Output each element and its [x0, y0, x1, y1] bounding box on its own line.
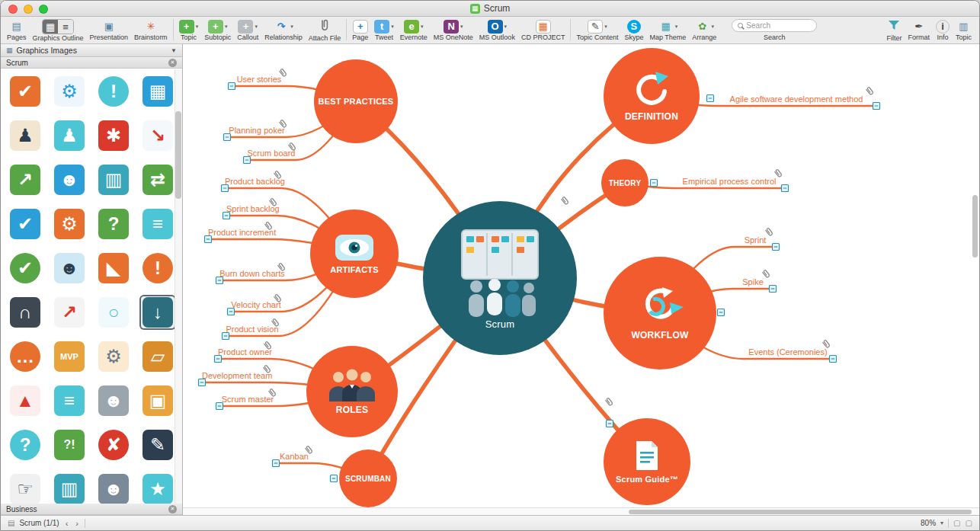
zoom-window-button[interactable] [39, 5, 48, 14]
sidebar-icon-cell[interactable]: ♟ [51, 118, 88, 153]
branch-label[interactable]: Spike [733, 277, 773, 287]
toolbar-skype[interactable]: SSkype [621, 18, 646, 42]
sidebar-icon-cell[interactable]: ☻ [51, 251, 88, 286]
sidebar-icon-cell[interactable]: ! [139, 251, 176, 286]
fit-width-button[interactable]: ▢ [966, 519, 972, 527]
toolbar-evernote[interactable]: e▾Evernote [397, 18, 431, 42]
sidebar-icon-cell[interactable]: ? [7, 427, 43, 462]
zoom-level[interactable]: 80% [921, 519, 936, 527]
outline-icon[interactable]: ≡ [58, 20, 73, 34]
sidebar-icon-cell[interactable]: ▲ [7, 383, 43, 418]
sidebar-icon-cell[interactable]: ∩ [7, 295, 43, 330]
sidebar-icon-cell[interactable]: ⇄ [139, 162, 176, 197]
zoom-dropdown-icon[interactable]: ▾ [940, 520, 943, 526]
sidebar-icon-cell[interactable]: ▱ [139, 339, 176, 374]
previous-page-button[interactable]: ‹ [64, 519, 70, 528]
sidebar-icon-cell[interactable]: ✎ [139, 427, 176, 462]
sidebar-icon-cell[interactable]: ! [95, 74, 132, 109]
sidebar-icon-cell[interactable]: ○ [95, 295, 132, 330]
sidebar-icon-cell[interactable]: ⚙ [95, 339, 132, 374]
sidebar-icon-cell[interactable]: ▦ [139, 74, 176, 109]
chevron-down-icon[interactable]: ▼ [171, 47, 177, 54]
toolbar-map-theme[interactable]: ▦▾Map Theme [646, 18, 689, 42]
vertical-scrollbar-thumb[interactable] [972, 195, 978, 258]
toolbar-topic[interactable]: +▾Topic [176, 18, 202, 42]
sidebar-icon-cell[interactable]: MVP [51, 339, 88, 374]
toolbar-ms-onenote[interactable]: N▾MS OneNote [431, 18, 476, 42]
sidebar-scrollbar-thumb[interactable] [175, 111, 181, 199]
toolbar-presentation[interactable]: ▣Presentation [87, 18, 132, 42]
toolbar-filter[interactable]: Filter [883, 18, 905, 42]
branch-label[interactable]: Scrum master [219, 395, 276, 405]
toolbar-topic-panel[interactable]: ▥Topic [953, 18, 975, 42]
sidebar-icon-cell[interactable]: ★ [139, 472, 176, 507]
toolbar-arrange[interactable]: ✿▾Arrange [689, 18, 719, 42]
toolbar-info[interactable]: iInfo [933, 18, 953, 42]
business-section-header[interactable]: Business ✕ [1, 504, 182, 515]
toolbar-cd-project[interactable]: ▦CD PROJECT [518, 18, 568, 42]
sidebar-icon-cell[interactable]: ▣ [139, 383, 176, 418]
sidebar-icon-cell[interactable]: ⚙ [51, 74, 88, 109]
branch-label[interactable]: Sprint [735, 235, 776, 245]
sidebar-icon-cell[interactable]: ↓ [139, 295, 176, 330]
topic-center-scrum[interactable]: Scrum [423, 201, 577, 355]
sidebar-icon-cell[interactable]: ⚙ [51, 206, 88, 242]
topic-definition[interactable]: DEFINITION [604, 48, 700, 144]
sidebar-icon-cell[interactable]: ✱ [95, 118, 132, 153]
branch-label[interactable]: Product increment [208, 228, 272, 238]
toolbar-ms-outlook[interactable]: O▾MS Outlook [476, 18, 518, 42]
minimize-window-button[interactable] [24, 5, 33, 14]
sidebar-icon-cell[interactable]: ▥ [95, 162, 132, 197]
toolbar-topic-content[interactable]: ✎▾Topic Content [573, 18, 621, 42]
sidebar-icon-cell[interactable]: ✘ [95, 427, 132, 462]
next-page-button[interactable]: › [74, 519, 80, 528]
branch-label[interactable]: Planning poker [227, 126, 287, 136]
branch-label[interactable]: Product vision [226, 325, 279, 334]
sidebar-icon-cell[interactable]: ▥ [51, 472, 88, 507]
sidebar-icon-cell[interactable]: ☻ [51, 162, 88, 197]
sidebar-icon-cell[interactable]: ?! [51, 427, 88, 462]
branch-label[interactable]: Events (Ceremonies) [743, 347, 833, 357]
sidebar-icon-cell[interactable]: ◣ [95, 251, 132, 286]
sidebar-icon-cell[interactable]: ↘ [139, 118, 176, 153]
sidebar-icon-cell[interactable]: ✔ [7, 251, 43, 286]
topic-artifacts[interactable]: ARTIFACTS [310, 210, 399, 298]
toolbar-page[interactable]: +Page [349, 18, 371, 42]
sidebar-icon-cell[interactable]: ☻ [95, 383, 132, 418]
branch-label[interactable]: Kanban [276, 452, 312, 462]
sidebar-scrollbar[interactable] [175, 69, 182, 504]
branch-label[interactable]: Product owner [218, 347, 271, 357]
toolbar-graphics-outline[interactable]: ▦≡Graphics Outline [30, 18, 87, 42]
search-input[interactable]: Search [732, 19, 817, 32]
toolbar-tweet[interactable]: t▾Tweet [371, 18, 397, 42]
topic-best-practices[interactable]: BEST PRACTICES [314, 59, 398, 143]
close-window-button[interactable] [8, 5, 18, 14]
sidebar-icon-cell[interactable]: ≡ [51, 383, 88, 418]
sidebar-icon-cell[interactable]: ✔ [7, 206, 43, 242]
horizontal-scrollbar[interactable] [183, 507, 979, 515]
close-icon[interactable]: ✕ [168, 59, 177, 67]
scrum-section-header[interactable]: Scrum ✕ [1, 57, 182, 69]
graphics-panel-header[interactable]: ▦ Graphics Images ▼ [1, 44, 182, 57]
topic-theory[interactable]: THEORY [601, 159, 649, 206]
branch-label[interactable]: User stories [232, 75, 287, 85]
topic-scrum-guide[interactable]: Scrum Guide™ [604, 418, 690, 505]
branch-label[interactable]: Product backlog [225, 177, 281, 187]
branch-label[interactable]: Scrum board [247, 149, 296, 158]
sidebar-icon-cell[interactable]: ≡ [139, 206, 176, 242]
horizontal-scrollbar-thumb[interactable] [629, 510, 971, 514]
topic-roles[interactable]: ROLES [306, 346, 398, 437]
sidebar-icon-cell[interactable]: ☞ [7, 472, 43, 507]
sidebar-icon-cell[interactable]: ☻ [95, 472, 132, 507]
sidebar-icon-cell[interactable]: ✔ [7, 74, 43, 109]
sidebar-icon-cell[interactable]: ♟ [7, 118, 43, 153]
sidebar-icon-cell[interactable]: … [7, 339, 43, 374]
branch-label[interactable]: Burn down charts [219, 269, 285, 279]
topic-workflow[interactable]: WORKFLOW [604, 257, 716, 369]
graphics-icon[interactable]: ▦ [43, 20, 58, 34]
sidebar-icon-cell[interactable]: ↗ [51, 295, 88, 330]
branch-label[interactable]: Agile software development method [716, 94, 876, 104]
branch-label[interactable]: Sprint backlog [226, 204, 277, 214]
sidebar-icon-cell[interactable]: ? [95, 206, 132, 242]
toolbar-pages[interactable]: ▤Pages [4, 18, 30, 42]
